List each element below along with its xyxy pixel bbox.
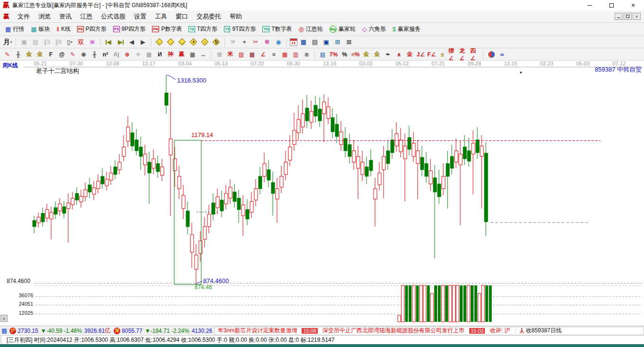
grid-comb-tool-button[interactable]: ╫ — [13, 50, 23, 59]
zoom-all-button[interactable]: + — [188, 37, 199, 47]
number-grid-tool-button[interactable]: ▦ — [188, 50, 197, 59]
shade-grid-tool-button[interactable]: ▩ — [247, 50, 257, 59]
p9-square-button[interactable]: P99P四方形 — [110, 25, 149, 33]
zigzag-tool-button[interactable]: ≈ — [269, 50, 279, 59]
minutes9-button[interactable]: ∥9 — [53, 37, 63, 47]
cut-tool-button[interactable]: ✂ — [250, 37, 261, 47]
page-right-button[interactable]: ▶ — [138, 37, 148, 47]
export-button[interactable]: ⊞ — [332, 37, 343, 47]
idea-tool-button[interactable]: ✽ — [262, 37, 272, 47]
golden-circle-tool-button[interactable]: 金 — [361, 50, 371, 59]
long-angle-tool-button[interactable]: 龙∠ — [459, 50, 469, 59]
percent-table-tool-button[interactable]: ▤ — [318, 50, 328, 59]
red-grid-tool-button[interactable]: ▦ — [280, 50, 290, 59]
column-grid-tool-button[interactable]: ▥ — [291, 50, 301, 59]
p-number-table-button[interactable]: PNP数字表 — [149, 25, 185, 33]
t9-square-button[interactable]: T99T四方形 — [221, 25, 259, 33]
menu-窗口[interactable]: 窗口 — [171, 11, 192, 22]
fan-lines-tool-button[interactable]: 米 — [225, 50, 235, 59]
colorful-kline-button[interactable]: ≋ — [87, 37, 98, 47]
first-bar-button[interactable]: ◀ — [104, 37, 114, 47]
j-angle-tool-button[interactable]: J∠ — [416, 50, 426, 59]
save-button[interactable]: ▣ — [321, 37, 331, 47]
zoom-right-button[interactable]: → — [166, 37, 176, 47]
hexagon-button[interactable]: ◇六角形 — [359, 25, 389, 33]
golden-grid-tool-button[interactable]: 金 — [24, 50, 34, 59]
spiral-tool-button[interactable]: @ — [57, 50, 67, 59]
hand-tool-button[interactable]: ☞ — [228, 37, 238, 47]
menu-帮助[interactable]: 帮助 — [225, 11, 246, 22]
quotes-button[interactable]: ▦行情 — [2, 25, 27, 33]
menu-文件[interactable]: 文件 — [13, 11, 34, 22]
a-percent-tool-button[interactable]: ∧ — [394, 50, 404, 59]
mdi-restore-button[interactable] — [624, 13, 632, 20]
quote-table-icon[interactable]: ▦ — [1, 327, 7, 334]
zoom-horizontal-button[interactable]: ↔ — [177, 37, 188, 47]
calculator-button[interactable]: ▦ — [298, 37, 309, 47]
crosshair-button[interactable]: + — [239, 37, 250, 47]
menu-江恩[interactable]: 江恩 — [76, 11, 97, 22]
f-angle-tool-button[interactable]: F∠ — [427, 50, 437, 59]
wave-tool-button[interactable]: И — [155, 50, 165, 59]
shen-grid-tool-button[interactable]: 神 — [166, 50, 176, 59]
report-button[interactable]: ▤ — [30, 37, 41, 47]
angle-line-tool-button[interactable]: ∠ — [258, 50, 268, 59]
lv-angle-tool-button[interactable]: 律∠ — [448, 50, 458, 59]
winner-wheel-button[interactable]: Big赢家轮 — [326, 25, 359, 33]
zoom-vertical-button[interactable]: ↕ — [200, 37, 210, 47]
t-number-table-button[interactable]: TNT数字表 — [259, 25, 295, 33]
winner-service-button[interactable]: $赢家服务 — [389, 25, 424, 33]
minutes3-button[interactable]: ∥3 — [42, 37, 52, 47]
page-left-button[interactable]: ◀ — [126, 37, 137, 47]
last-bar-button[interactable]: ▶ — [115, 37, 125, 47]
menu-交易委托[interactable]: 交易委托 — [192, 11, 225, 22]
wedge-tool-button[interactable]: ≤ — [438, 50, 447, 59]
minimize-button[interactable] — [579, 0, 600, 10]
close-button[interactable]: × — [622, 0, 644, 10]
send-button[interactable]: ⊠ — [344, 37, 354, 47]
red-golden-tool-button[interactable]: 金 — [405, 50, 415, 59]
kline-button[interactable]: ‖K线 — [54, 25, 74, 33]
taiji-button-button[interactable] — [486, 50, 496, 59]
gann-wheel-button[interactable]: ◎江恩轮 — [295, 25, 326, 33]
gann-circle-tool-button[interactable]: ⊕ — [122, 50, 132, 59]
screenshot-button[interactable]: ▣ — [19, 37, 29, 47]
pencil-tool-button[interactable]: ✎ — [68, 50, 78, 59]
percent-line-tool-button[interactable]: ≡% — [350, 50, 360, 59]
double-kline-button[interactable]: 双 — [76, 37, 86, 47]
chart-area[interactable]: 05-2107-3010-0812-1703-0405-1307-2209-30… — [0, 61, 644, 326]
p-square-button[interactable]: P8P四方形 — [74, 25, 110, 33]
golden-grid2-tool-button[interactable]: 金 — [35, 50, 45, 59]
measure-tool-button[interactable]: ↔ — [198, 50, 208, 59]
seven-percent-tool-button[interactable]: 7% — [329, 50, 339, 59]
zoom-reset-button[interactable]: ⇅ — [211, 37, 222, 47]
slant-lines-tool-button[interactable]: ≋ — [302, 50, 312, 59]
win-grid-tool-button[interactable]: 赢 — [177, 50, 187, 59]
golden-line-tool-button[interactable]: 金 — [372, 50, 382, 59]
candle-style-button[interactable]: ▯▾ — [64, 37, 75, 47]
pattern-tool-button[interactable]: ◉ — [273, 37, 284, 47]
f-grid-tool-button[interactable]: F — [46, 50, 56, 59]
time-comb-tool-button[interactable]: ╫ — [89, 50, 99, 59]
notes-button[interactable]: ▤ — [310, 37, 320, 47]
menu-工具[interactable]: 工具 — [151, 11, 171, 22]
percent-tool-button[interactable]: % — [340, 50, 349, 59]
menu-资讯[interactable]: 资讯 — [55, 11, 76, 22]
period-selector-button[interactable]: 月▾ — [2, 37, 13, 47]
mdi-minimize-button[interactable] — [615, 13, 623, 20]
compass-tool-button[interactable]: ⊕ — [79, 50, 89, 59]
fan-grid-tool-button[interactable]: ▨ — [236, 50, 246, 59]
ink-tool-button[interactable]: ✒ — [383, 50, 393, 59]
infinity-button-button[interactable]: ∞ — [497, 50, 507, 59]
mirror-tool-button[interactable]: A| — [111, 50, 121, 59]
si-angle-tool-button[interactable]: 四∠ — [470, 50, 480, 59]
news-ticker[interactable]: 年3nm新芯片设计定案数量激增15:08深交所中止广西北部湾陆海新能源股份有限公… — [215, 327, 644, 335]
menu-浏览[interactable]: 浏览 — [34, 11, 55, 22]
t-square-button[interactable]: T8T四方形 — [185, 25, 221, 33]
gray-grid-tool-button[interactable]: ▦ — [144, 50, 154, 59]
square-number-tool-button[interactable]: n² — [100, 50, 110, 59]
star-grid-tool-button[interactable]: ✳ — [133, 50, 143, 59]
split-tool-button[interactable]: ⊞ — [215, 50, 224, 59]
sectors-button[interactable]: ▩板块 — [27, 25, 53, 33]
zoom-left-button[interactable]: ← — [154, 37, 165, 47]
